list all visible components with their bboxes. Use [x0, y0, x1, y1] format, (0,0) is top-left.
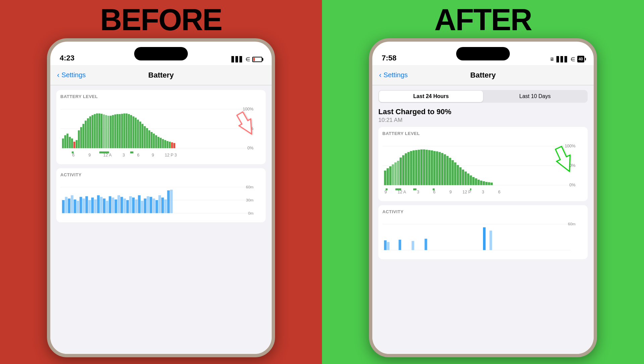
svg-rect-169	[395, 188, 401, 190]
svg-rect-133	[423, 149, 425, 185]
svg-rect-34	[126, 113, 128, 148]
green-arrow-after	[542, 140, 589, 184]
svg-rect-95	[123, 198, 126, 213]
svg-text:3: 3	[482, 190, 484, 194]
svg-text:9: 9	[152, 153, 154, 157]
svg-rect-51	[164, 140, 166, 148]
svg-rect-177	[384, 240, 387, 250]
svg-rect-127	[408, 152, 410, 185]
svg-text:60m: 60m	[568, 222, 576, 226]
svg-rect-86	[97, 195, 100, 213]
svg-rect-35	[128, 114, 130, 148]
iphone-before: 4:23 ▋▋▋ ∈ ‹ Settings Battery	[47, 38, 275, 357]
svg-rect-96	[126, 200, 129, 213]
svg-rect-129	[413, 150, 415, 185]
charged-info: Last Charged to 90% 10:21 AM	[378, 107, 588, 124]
battery-chart-container-after: 100% 50% 0%	[382, 139, 584, 199]
svg-rect-99	[135, 199, 138, 213]
segment-24h[interactable]: Last 24 Hours	[379, 91, 483, 102]
svg-rect-16	[85, 121, 87, 148]
svg-rect-12	[75, 140, 77, 148]
wifi-icon-before: ∈	[246, 56, 250, 62]
activity-chart-after: 60m	[382, 217, 584, 257]
svg-rect-43	[146, 128, 148, 148]
svg-rect-125	[402, 155, 405, 185]
svg-rect-33	[123, 113, 125, 148]
svg-rect-18	[89, 117, 91, 148]
svg-rect-17	[87, 118, 89, 148]
svg-text:3: 3	[417, 190, 419, 194]
svg-rect-146	[457, 165, 459, 185]
back-label-after: Settings	[383, 71, 408, 79]
battery-label-before: BATTERY LEVEL	[60, 94, 262, 99]
svg-rect-151	[470, 175, 472, 185]
svg-rect-30	[116, 114, 118, 148]
svg-rect-76	[68, 198, 70, 213]
monitor-icon-after: 🖥	[550, 56, 554, 62]
segment-control-after[interactable]: Last 24 Hours Last 10 Days	[378, 90, 588, 103]
signal-icon-after: ▋▋▋	[556, 56, 569, 62]
svg-rect-140	[441, 153, 443, 185]
svg-rect-141	[444, 154, 446, 185]
svg-rect-49	[160, 138, 162, 148]
svg-rect-87	[100, 197, 103, 213]
svg-marker-173	[552, 145, 576, 174]
svg-rect-138	[436, 151, 438, 185]
activity-chart-before: 60m 30m 0m	[60, 180, 262, 220]
battery-chart-svg-before: 100% 50% 0%	[60, 102, 262, 162]
charged-title: Last Charged to 90%	[378, 107, 588, 116]
svg-rect-46	[153, 134, 155, 148]
dynamic-island-after	[456, 47, 510, 60]
svg-rect-7	[64, 135, 66, 148]
battery-icon-after: 40	[577, 56, 584, 62]
svg-text:6: 6	[498, 190, 500, 194]
svg-rect-11	[73, 142, 75, 148]
svg-rect-150	[467, 174, 470, 185]
svg-rect-20	[94, 114, 96, 148]
wifi-icon-after: ∈	[571, 56, 575, 62]
svg-rect-42	[144, 126, 146, 148]
svg-rect-94	[120, 197, 123, 213]
svg-rect-135	[428, 150, 430, 185]
back-chevron-before: ‹	[57, 71, 59, 80]
svg-text:50%: 50%	[245, 126, 254, 131]
svg-rect-39	[137, 120, 139, 148]
svg-rect-102	[144, 198, 147, 213]
svg-rect-147	[459, 167, 462, 185]
activity-label-before: ACTIVITY	[60, 172, 262, 177]
svg-rect-25	[105, 115, 107, 148]
svg-rect-136	[431, 150, 433, 185]
svg-rect-85	[94, 199, 97, 213]
svg-rect-101	[141, 201, 144, 213]
svg-rect-149	[465, 172, 467, 185]
svg-rect-92	[115, 199, 117, 213]
svg-rect-148	[462, 170, 464, 185]
svg-rect-181	[425, 239, 427, 250]
after-panel: AFTER 7:58 🖥 ▋▋▋ ∈ 40 ‹	[322, 0, 644, 364]
battery-label-after: BATTERY LEVEL	[382, 131, 584, 136]
svg-rect-28	[112, 115, 114, 148]
activity-section-before: ACTIVITY 60m 30m 0m	[56, 168, 266, 222]
svg-text:100%: 100%	[243, 107, 254, 111]
nav-back-after[interactable]: ‹ Settings	[379, 71, 408, 80]
svg-rect-118	[384, 171, 386, 185]
svg-rect-91	[112, 197, 114, 213]
svg-rect-126	[405, 153, 407, 185]
signal-icon-before: ▋▋▋	[231, 56, 244, 62]
svg-rect-155	[480, 181, 482, 185]
svg-rect-10	[71, 138, 73, 148]
svg-rect-178	[387, 242, 390, 250]
svg-rect-75	[65, 197, 68, 213]
svg-rect-143	[449, 158, 451, 185]
svg-rect-128	[410, 151, 412, 185]
svg-rect-6	[62, 138, 64, 148]
svg-rect-103	[147, 196, 149, 213]
nav-back-before[interactable]: ‹ Settings	[57, 71, 86, 80]
content-after: Last 24 Hours Last 10 Days Last Charged …	[372, 85, 594, 354]
svg-rect-142	[446, 156, 449, 185]
segment-10d[interactable]: Last 10 Days	[483, 91, 587, 102]
svg-rect-21	[96, 113, 98, 148]
svg-rect-132	[420, 149, 423, 185]
svg-rect-54	[171, 142, 173, 148]
svg-text:12 P: 12 P	[165, 153, 173, 157]
